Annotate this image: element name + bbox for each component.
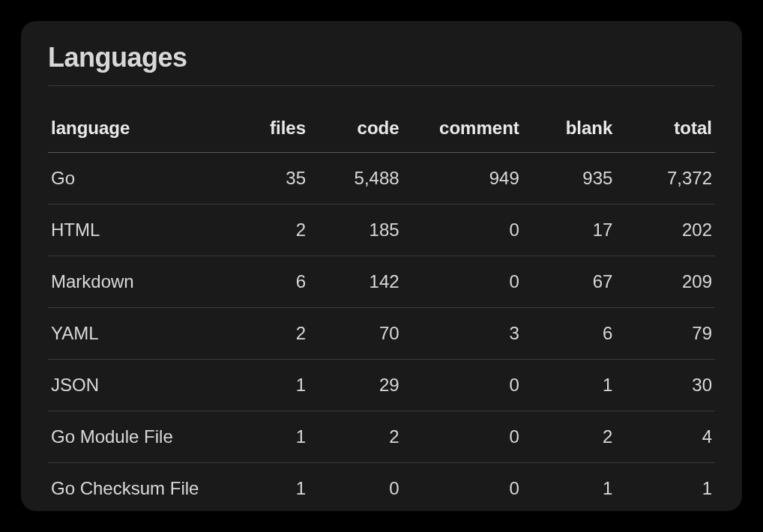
languages-card: Languages language files code comment bl… bbox=[21, 21, 742, 511]
cell-language: Markdown bbox=[48, 256, 248, 308]
cell-comment: 0 bbox=[408, 463, 528, 515]
cell-total: 202 bbox=[621, 205, 715, 256]
cell-blank: 67 bbox=[528, 256, 622, 308]
cell-language: Go Checksum File bbox=[48, 463, 248, 515]
cell-total: 4 bbox=[621, 411, 715, 463]
cell-total: 209 bbox=[621, 256, 715, 308]
cell-comment: 0 bbox=[408, 360, 528, 411]
languages-table: language files code comment blank total … bbox=[48, 107, 715, 514]
cell-code: 2 bbox=[315, 411, 408, 463]
table-row: Go Checksum File 1 0 0 1 1 bbox=[48, 463, 715, 515]
column-header-files: files bbox=[248, 107, 315, 153]
cell-language: JSON bbox=[48, 360, 248, 411]
table-row: Go Module File 1 2 0 2 4 bbox=[48, 411, 715, 463]
column-header-comment: comment bbox=[408, 107, 528, 153]
cell-blank: 6 bbox=[528, 308, 622, 360]
cell-files: 35 bbox=[248, 153, 315, 205]
card-title: Languages bbox=[48, 42, 715, 86]
cell-code: 142 bbox=[315, 256, 408, 308]
table-body: Go 35 5,488 949 935 7,372 HTML 2 185 0 1… bbox=[48, 153, 715, 515]
cell-total: 79 bbox=[621, 308, 715, 360]
cell-language: Go Module File bbox=[48, 411, 248, 463]
cell-code: 5,488 bbox=[315, 153, 408, 205]
cell-blank: 2 bbox=[528, 411, 622, 463]
cell-comment: 3 bbox=[408, 308, 528, 360]
cell-language: YAML bbox=[48, 308, 248, 360]
table-row: HTML 2 185 0 17 202 bbox=[48, 205, 715, 256]
cell-files: 1 bbox=[248, 463, 315, 515]
cell-files: 1 bbox=[248, 360, 315, 411]
table-wrapper: language files code comment blank total … bbox=[48, 86, 715, 514]
column-header-code: code bbox=[315, 107, 408, 153]
cell-language: HTML bbox=[48, 205, 248, 256]
cell-code: 70 bbox=[315, 308, 408, 360]
cell-files: 2 bbox=[248, 308, 315, 360]
cell-comment: 0 bbox=[408, 256, 528, 308]
cell-total: 30 bbox=[621, 360, 715, 411]
cell-code: 185 bbox=[315, 205, 408, 256]
cell-code: 0 bbox=[315, 463, 408, 515]
cell-total: 1 bbox=[621, 463, 715, 515]
table-header-row: language files code comment blank total bbox=[48, 107, 715, 153]
cell-files: 1 bbox=[248, 411, 315, 463]
table-row: Go 35 5,488 949 935 7,372 bbox=[48, 153, 715, 205]
cell-language: Go bbox=[48, 153, 248, 205]
cell-comment: 949 bbox=[408, 153, 528, 205]
cell-blank: 1 bbox=[528, 463, 622, 515]
cell-total: 7,372 bbox=[621, 153, 715, 205]
table-row: YAML 2 70 3 6 79 bbox=[48, 308, 715, 360]
column-header-total: total bbox=[621, 107, 715, 153]
cell-files: 2 bbox=[248, 205, 315, 256]
cell-blank: 17 bbox=[528, 205, 622, 256]
cell-comment: 0 bbox=[408, 205, 528, 256]
table-row: Markdown 6 142 0 67 209 bbox=[48, 256, 715, 308]
table-row: JSON 1 29 0 1 30 bbox=[48, 360, 715, 411]
cell-comment: 0 bbox=[408, 411, 528, 463]
cell-blank: 1 bbox=[528, 360, 622, 411]
cell-blank: 935 bbox=[528, 153, 622, 205]
cell-code: 29 bbox=[315, 360, 408, 411]
column-header-language: language bbox=[48, 107, 248, 153]
cell-files: 6 bbox=[248, 256, 315, 308]
column-header-blank: blank bbox=[528, 107, 622, 153]
